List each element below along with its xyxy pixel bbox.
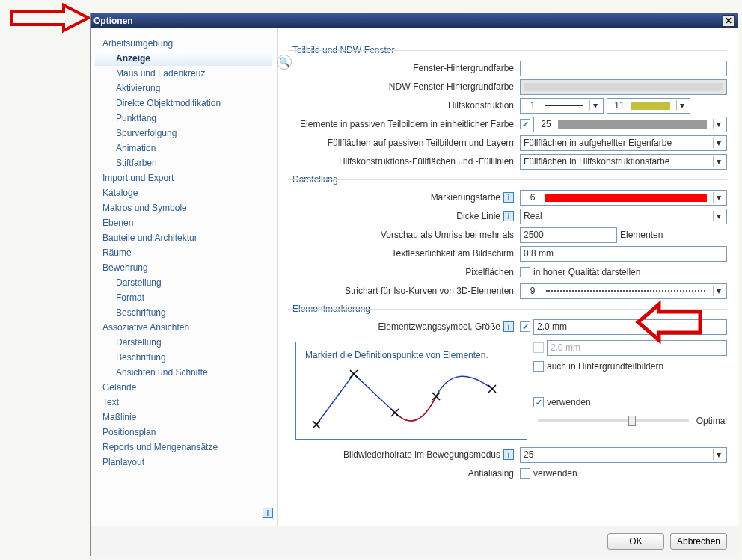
sidebar-item[interactable]: Punktfang (95, 111, 272, 126)
annotation-arrow-left (7, 7, 90, 40)
tooltip-text: Markiert die Definitionspunkte von Eleme… (305, 350, 518, 360)
sidebar-item[interactable]: Planlayout (95, 455, 272, 470)
sidebar-item[interactable]: Anzeige (95, 51, 272, 66)
sidebar-item[interactable]: Beschriftung (95, 305, 272, 320)
label-pixel: Pixelflächen (295, 267, 520, 277)
label-dicke: Dicke Liniei (295, 211, 520, 222)
dialog-title: Optionen (93, 16, 133, 26)
options-dialog: Optionen ✕ ArbeitsumgebungAnzeigeMaus un… (90, 13, 738, 556)
ndw-bg-picker[interactable] (520, 79, 727, 95)
verwenden-checkbox[interactable]: ✓ (533, 397, 544, 407)
vorschau-input[interactable]: 2500 (520, 227, 617, 243)
pixel-hq-checkbox[interactable] (520, 267, 530, 277)
hilfs-line-dropdown[interactable]: 1 ▾ (520, 98, 604, 114)
sidebar-item[interactable]: Import und Export (95, 170, 272, 185)
label-hinter: auch in Hintergrundteilbildern (547, 361, 663, 372)
hilfs-color-dropdown[interactable]: 11 ▾ (607, 98, 690, 114)
antialias-checkbox[interactable] (520, 468, 530, 479)
fuell-passive-dropdown[interactable]: Füllflächen in aufgehellter Eigenfarbe▾ (520, 135, 727, 151)
content-panel: Teilbild und NDW-Fenster Fenster-Hinterg… (288, 28, 738, 526)
group-teilbild: Teilbild und NDW-Fenster (292, 45, 727, 55)
dicke-dropdown[interactable]: Real▾ (520, 209, 727, 224)
label-elementen: Elementen (620, 230, 663, 240)
label-ez: Elementzwangssymbol, Größei (295, 321, 520, 333)
sidebar-item[interactable]: Format (95, 290, 272, 305)
textleser-input[interactable]: 0.8 mm (520, 246, 727, 262)
ez2-checkbox[interactable] (533, 342, 544, 353)
sidebar: ArbeitsumgebungAnzeigeMaus und Fadenkreu… (91, 28, 278, 526)
sidebar-item[interactable]: Gelände (95, 380, 272, 395)
sidebar-item[interactable]: Darstellung (95, 275, 272, 290)
separator: 🔍 (278, 28, 288, 526)
sidebar-item[interactable]: Räume (95, 245, 272, 260)
sidebar-item[interactable]: Maßlinie (95, 410, 272, 425)
info-icon[interactable]: i (503, 321, 514, 332)
tooltip-box: Markiert die Definitionspunkte von Eleme… (295, 342, 527, 440)
label-passive: Elemente in passiven Teilbildern in einh… (295, 119, 520, 129)
sidebar-item[interactable]: Positionsplan (95, 425, 272, 440)
cancel-button[interactable]: Abbrechen (670, 533, 727, 550)
label-pixel-hq: in hoher Qualität darstellen (533, 267, 640, 277)
label-hilfs: Hilfskonstruktion (295, 100, 520, 111)
label-fenster-bg: Fenster-Hintergrundfarbe (295, 63, 520, 73)
sidebar-item[interactable]: Maus und Fadenkreuz (95, 66, 272, 81)
label-verwenden: verwenden (547, 397, 591, 407)
label-markierung: Markierungsfarbei (295, 192, 520, 203)
fenster-bg-picker[interactable] (520, 61, 727, 76)
sidebar-item[interactable]: Arbeitsumgebung (95, 36, 272, 51)
sidebar-item[interactable]: Bauteile und Architektur (95, 230, 272, 245)
ok-button[interactable]: OK (607, 533, 664, 550)
sidebar-item[interactable]: Aktivierung (95, 81, 272, 96)
sidebar-item[interactable]: Bewehrung (95, 260, 272, 275)
label-aa-verwenden: verwenden (533, 468, 577, 479)
passive-color-dropdown[interactable]: 25 ▾ (533, 117, 727, 132)
sidebar-item[interactable]: Text (95, 395, 272, 410)
search-icon[interactable]: 🔍 (277, 55, 292, 70)
ez-checkbox[interactable]: ✓ (520, 321, 530, 332)
sidebar-item[interactable]: Makros und Symbole (95, 200, 272, 215)
passive-checkbox[interactable]: ✓ (520, 119, 530, 129)
label-optimal: Optimal (696, 416, 727, 426)
quality-slider[interactable] (538, 419, 689, 422)
info-icon[interactable]: i (263, 508, 273, 518)
label-bildwieder: Bildwiederholrate im Bewegungsmodusi (295, 449, 520, 461)
label-textleser: Textleserlichkeit am Bildschirm (295, 248, 520, 259)
sidebar-item[interactable]: Ansichten und Schnitte (95, 365, 272, 380)
info-icon[interactable]: i (503, 449, 514, 460)
sidebar-item[interactable]: Assoziative Ansichten (95, 320, 272, 335)
annotation-arrow-right (637, 306, 704, 349)
sidebar-item[interactable]: Direkte Objektmodifikation (95, 96, 272, 111)
group-darstellung: Darstellung (292, 174, 727, 185)
sidebar-item[interactable]: Kataloge (95, 185, 272, 200)
label-strichart: Strichart für Iso-Kurven von 3D-Elemente… (295, 286, 520, 296)
bildwieder-dropdown[interactable]: 25▾ (520, 447, 727, 463)
sidebar-item[interactable]: Spurverfolgung (95, 126, 272, 141)
label-hilfs-fuell: Hilfskonstruktions-Füllflächen und -Füll… (295, 156, 520, 167)
sidebar-item[interactable]: Ebenen (95, 215, 272, 230)
info-icon[interactable]: i (503, 192, 514, 203)
close-button[interactable]: ✕ (723, 15, 735, 27)
info-icon[interactable]: i (503, 211, 514, 221)
label-antialias: Antialiasing (295, 468, 520, 479)
sidebar-item[interactable]: Animation (95, 141, 272, 156)
sidebar-item[interactable]: Stiftfarben (95, 156, 272, 170)
label-fuell-passive: Füllflächen auf passiven Teilbildern und… (295, 138, 520, 148)
sidebar-item[interactable]: Darstellung (95, 335, 272, 350)
button-bar: OK Abbrechen (91, 526, 738, 556)
label-vorschau: Vorschau als Umriss bei mehr als (295, 230, 520, 240)
markierung-dropdown[interactable]: 6▾ (520, 190, 727, 206)
titlebar: Optionen ✕ (91, 13, 738, 28)
label-ndw-bg: NDW-Fenster-Hintergrundfarbe (295, 81, 520, 92)
hilfs-fuell-dropdown[interactable]: Füllflächen in Hilfskonstruktionsfarbe▾ (520, 154, 727, 170)
tooltip-curve-icon (305, 366, 515, 431)
sidebar-item[interactable]: Reports und Mengenansätze (95, 440, 272, 455)
hinter-checkbox[interactable] (533, 361, 544, 372)
strichart-dropdown[interactable]: 9▾ (520, 283, 727, 299)
sidebar-item[interactable]: Beschriftung (95, 350, 272, 365)
